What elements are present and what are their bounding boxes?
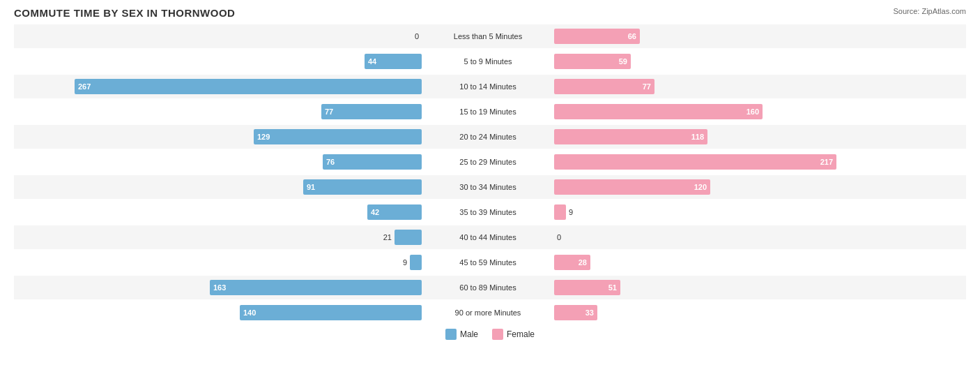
male-value: 0 (398, 32, 419, 40)
female-section: 118 (551, 129, 962, 144)
male-value: 91 (303, 183, 315, 191)
row-label: 45 to 59 Minutes (425, 258, 551, 267)
female-value: 33 (585, 308, 597, 317)
chart-area: 0Less than 5 Minutes66445 to 9 Minutes59… (14, 24, 966, 318)
table-row: 945 to 59 Minutes28 (14, 251, 966, 274)
table-row: 12920 to 24 Minutes118 (14, 125, 966, 149)
male-bar (395, 230, 422, 245)
row-label: 60 to 89 Minutes (425, 283, 551, 292)
male-bar: 42 (367, 204, 422, 220)
male-value: 140 (240, 308, 256, 317)
male-section: 42 (14, 204, 425, 220)
male-bar: 140 (240, 305, 422, 320)
male-section: 163 (14, 280, 425, 295)
male-value: 21 (371, 233, 392, 241)
female-bar: 77 (554, 79, 654, 94)
row-label: 15 to 19 Minutes (425, 107, 551, 116)
female-value: 217 (820, 158, 836, 166)
male-bar: 77 (321, 104, 422, 119)
legend-male-box (445, 329, 457, 340)
table-row: 9130 to 34 Minutes120 (14, 175, 966, 199)
legend-male: Male (445, 329, 478, 340)
male-value: 163 (210, 283, 226, 292)
row-label: 40 to 44 Minutes (425, 233, 551, 241)
table-row: 2140 to 44 Minutes0 (14, 225, 966, 249)
female-section: 0 (551, 233, 962, 241)
male-value: 42 (367, 208, 379, 216)
male-section: 0 (14, 32, 425, 40)
chart-container: COMMUTE TIME BY SEX IN THORNWOOD Source:… (0, 0, 980, 365)
row-label: 25 to 29 Minutes (425, 158, 551, 166)
legend-female: Female (492, 329, 535, 340)
female-bar: 66 (554, 29, 640, 44)
male-bar: 76 (323, 154, 422, 170)
row-label: 35 to 39 Minutes (425, 208, 551, 216)
male-section: 267 (14, 79, 425, 94)
female-section: 160 (551, 104, 962, 119)
male-value: 77 (321, 107, 333, 116)
male-section: 76 (14, 154, 425, 170)
male-bar: 129 (254, 129, 422, 144)
female-section: 77 (551, 79, 962, 94)
female-value: 160 (747, 107, 763, 116)
table-row: 26710 to 14 Minutes77 (14, 75, 966, 98)
table-row: 7625 to 29 Minutes217 (14, 150, 966, 174)
female-section: 59 (551, 54, 962, 69)
row-label: 5 to 9 Minutes (425, 57, 551, 66)
table-row: 4235 to 39 Minutes9 (14, 200, 966, 224)
female-value: 118 (691, 133, 707, 141)
female-section: 51 (551, 280, 962, 295)
table-row: 7715 to 19 Minutes160 (14, 100, 966, 124)
row-label: 90 or more Minutes (425, 308, 551, 317)
source-label: Source: ZipAtlas.com (893, 7, 966, 15)
female-section: 66 (551, 29, 962, 44)
male-bar: 267 (75, 79, 422, 94)
female-value: 28 (579, 258, 590, 267)
female-bar: 33 (554, 305, 597, 320)
female-section: 28 (551, 255, 962, 270)
female-bar: 51 (554, 280, 620, 295)
row-label: 20 to 24 Minutes (425, 133, 551, 141)
male-section: 77 (14, 104, 425, 119)
table-row: 16360 to 89 Minutes51 (14, 276, 966, 299)
table-row: 0Less than 5 Minutes66 (14, 24, 966, 48)
chart-title: COMMUTE TIME BY SEX IN THORNWOOD (14, 7, 966, 19)
female-value: 51 (608, 283, 620, 292)
male-bar: 163 (210, 280, 422, 295)
female-bar: 28 (554, 255, 590, 270)
male-value: 76 (323, 158, 335, 166)
male-section: 140 (14, 305, 425, 320)
female-bar (554, 204, 566, 220)
legend-male-label: Male (460, 329, 478, 339)
row-label: Less than 5 Minutes (425, 32, 551, 40)
female-value: 0 (557, 233, 578, 241)
male-section: 9 (14, 255, 425, 270)
legend-female-label: Female (507, 329, 535, 339)
female-bar: 160 (554, 104, 763, 119)
female-value: 66 (628, 32, 640, 40)
row-label: 10 to 14 Minutes (425, 82, 551, 91)
male-value: 267 (75, 82, 91, 91)
male-section: 44 (14, 54, 425, 69)
female-section: 120 (551, 179, 962, 195)
male-value: 9 (386, 258, 407, 267)
female-section: 9 (551, 204, 962, 220)
male-value: 129 (254, 133, 270, 141)
female-section: 33 (551, 305, 962, 320)
female-value: 77 (643, 82, 654, 91)
female-bar: 118 (554, 129, 707, 144)
female-value: 9 (569, 208, 590, 216)
row-label: 30 to 34 Minutes (425, 183, 551, 191)
table-row: 14090 or more Minutes33 (14, 301, 966, 325)
male-section: 21 (14, 230, 425, 245)
male-section: 129 (14, 129, 425, 144)
male-section: 91 (14, 179, 425, 195)
male-value: 44 (365, 57, 376, 66)
male-bar (410, 255, 422, 270)
female-bar: 120 (554, 179, 710, 195)
legend-female-box (492, 329, 503, 340)
female-section: 217 (551, 154, 962, 170)
male-bar: 91 (303, 179, 422, 195)
legend: Male Female (14, 329, 966, 340)
table-row: 445 to 9 Minutes59 (14, 50, 966, 73)
